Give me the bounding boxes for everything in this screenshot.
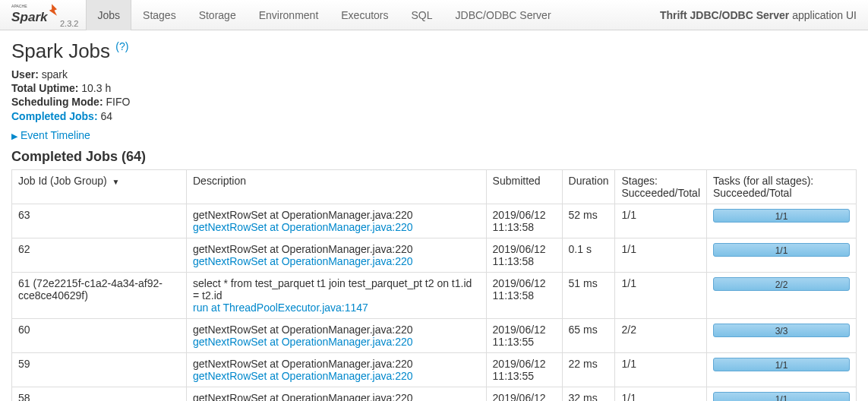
cell-jobid: 63 — [12, 204, 187, 238]
nav-tab-jobs[interactable]: Jobs — [86, 0, 131, 30]
cell-description: getNextRowSet at OperationManager.java:2… — [187, 387, 487, 401]
uptime-value: 10.3 h — [81, 82, 111, 94]
cell-duration: 22 ms — [562, 352, 615, 387]
help-link[interactable]: (?) — [115, 40, 128, 52]
completed-jobs-value: 64 — [100, 110, 112, 122]
cell-duration: 52 ms — [562, 204, 615, 238]
cell-duration: 0.1 s — [562, 238, 615, 272]
cell-submitted: 2019/06/12 11:13:55 — [486, 318, 562, 352]
table-row: 59getNextRowSet at OperationManager.java… — [12, 352, 857, 387]
cell-submitted: 2019/06/12 11:13:58 — [486, 272, 562, 318]
summary-list: User: spark Total Uptime: 10.3 h Schedul… — [11, 68, 857, 123]
cell-jobid: 62 — [12, 238, 187, 272]
nav-tab-sql[interactable]: SQL — [400, 0, 444, 30]
col-stages[interactable]: Stages: Succeeded/Total — [615, 169, 707, 204]
nav-tabs: JobsStagesStorageEnvironmentExecutorsSQL… — [86, 0, 562, 30]
nav-tab-jdbc-odbc-server[interactable]: JDBC/ODBC Server — [444, 0, 563, 30]
cell-stages: 1/1 — [615, 238, 707, 272]
sort-desc-icon: ▼ — [110, 178, 120, 186]
job-description-link[interactable]: getNextRowSet at OperationManager.java:2… — [193, 336, 413, 348]
cell-jobid: 59 — [12, 352, 187, 387]
page-content: Spark Jobs (?) User: spark Total Uptime:… — [0, 30, 868, 401]
user-value: spark — [42, 68, 68, 81]
cell-submitted: 2019/06/12 11:13:58 — [486, 204, 562, 238]
job-description-link[interactable]: getNextRowSet at OperationManager.java:2… — [193, 370, 413, 382]
progress-bar: 3/3 — [713, 324, 850, 337]
col-description[interactable]: Description — [187, 169, 487, 204]
job-description-link[interactable]: getNextRowSet at OperationManager.java:2… — [193, 255, 413, 267]
col-duration[interactable]: Duration — [562, 169, 615, 204]
cell-duration: 32 ms — [562, 387, 615, 401]
cell-description: getNextRowSet at OperationManager.java:2… — [187, 318, 487, 352]
progress-bar: 1/1 — [713, 392, 850, 401]
cell-description: select * from test_parquet t1 join test_… — [187, 272, 487, 318]
cell-duration: 65 ms — [562, 318, 615, 352]
cell-stages: 1/1 — [615, 352, 707, 387]
svg-text:APACHE: APACHE — [11, 4, 27, 8]
svg-marker-2 — [49, 4, 57, 15]
spark-logo[interactable]: APACHE Spark 2.3.2 — [11, 2, 78, 28]
cell-submitted: 2019/06/12 11:13:55 — [486, 387, 562, 401]
progress-bar: 2/2 — [713, 277, 850, 291]
page-title: Spark Jobs (?) — [11, 39, 857, 63]
cell-description: getNextRowSet at OperationManager.java:2… — [187, 352, 487, 387]
cell-jobid: 60 — [12, 318, 187, 352]
cell-tasks: 1/1 — [707, 387, 857, 401]
col-tasks[interactable]: Tasks (for all stages): Succeeded/Total — [707, 169, 857, 204]
cell-stages: 1/1 — [615, 272, 707, 318]
cell-jobid: 58 — [12, 387, 187, 401]
cell-jobid: 61 (72e2215f-c1a2-4a34-af92-cce8ce40629f… — [12, 272, 187, 318]
cell-tasks: 2/2 — [707, 272, 857, 318]
cell-tasks: 3/3 — [707, 318, 857, 352]
col-submitted[interactable]: Submitted — [486, 169, 562, 204]
table-row: 60getNextRowSet at OperationManager.java… — [12, 318, 857, 352]
job-description-link[interactable]: run at ThreadPoolExecutor.java:1147 — [193, 302, 368, 314]
completed-jobs-link[interactable]: Completed Jobs: — [11, 110, 98, 122]
completed-jobs-table: Job Id (Job Group) ▼ Description Submitt… — [11, 169, 857, 401]
nav-tab-stages[interactable]: Stages — [131, 0, 188, 30]
app-name-label: Thrift JDBC/ODBC Server application UI — [660, 9, 857, 21]
table-row: 62getNextRowSet at OperationManager.java… — [12, 238, 857, 272]
completed-jobs-heading: Completed Jobs (64) — [11, 149, 857, 165]
cell-submitted: 2019/06/12 11:13:58 — [486, 238, 562, 272]
cell-stages: 2/2 — [615, 318, 707, 352]
nav-tab-environment[interactable]: Environment — [248, 0, 330, 30]
cell-submitted: 2019/06/12 11:13:55 — [486, 352, 562, 387]
cell-duration: 51 ms — [562, 272, 615, 318]
top-navbar: APACHE Spark 2.3.2 JobsStagesStorageEnvi… — [0, 0, 868, 30]
cell-stages: 1/1 — [615, 387, 707, 401]
cell-tasks: 1/1 — [707, 204, 857, 238]
caret-right-icon: ▶ — [11, 131, 17, 141]
table-row: 58getNextRowSet at OperationManager.java… — [12, 387, 857, 401]
svg-text:Spark: Spark — [11, 8, 49, 24]
cell-tasks: 1/1 — [707, 238, 857, 272]
cell-tasks: 1/1 — [707, 352, 857, 387]
table-row: 61 (72e2215f-c1a2-4a34-af92-cce8ce40629f… — [12, 272, 857, 318]
nav-tab-storage[interactable]: Storage — [188, 0, 248, 30]
progress-bar: 1/1 — [713, 358, 850, 371]
cell-stages: 1/1 — [615, 204, 707, 238]
progress-bar: 1/1 — [713, 243, 850, 257]
user-label: User: — [11, 68, 39, 81]
event-timeline-toggle[interactable]: ▶Event Timeline — [11, 129, 857, 141]
table-row: 63getNextRowSet at OperationManager.java… — [12, 204, 857, 238]
cell-description: getNextRowSet at OperationManager.java:2… — [187, 238, 487, 272]
spark-version: 2.3.2 — [60, 19, 78, 28]
cell-description: getNextRowSet at OperationManager.java:2… — [187, 204, 487, 238]
sched-label: Scheduling Mode: — [11, 96, 103, 108]
col-jobid[interactable]: Job Id (Job Group) ▼ — [12, 169, 187, 204]
spark-logo-icon: APACHE Spark — [11, 2, 57, 27]
nav-tab-executors[interactable]: Executors — [330, 0, 399, 30]
progress-bar: 1/1 — [713, 209, 850, 223]
sched-value: FIFO — [106, 96, 130, 108]
job-description-link[interactable]: getNextRowSet at OperationManager.java:2… — [193, 221, 413, 233]
uptime-label: Total Uptime: — [11, 82, 78, 94]
